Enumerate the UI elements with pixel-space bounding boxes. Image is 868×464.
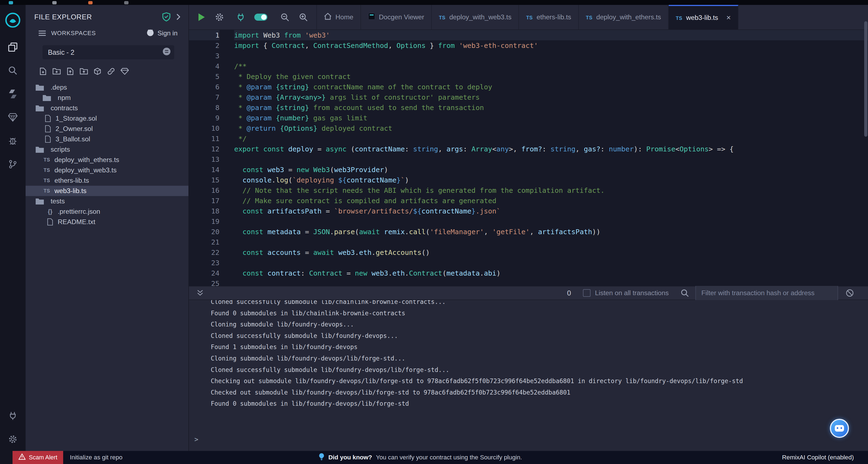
tree-folder-contracts[interactable]: contracts: [26, 103, 188, 113]
tree-file-3_Ballot.sol[interactable]: 3_Ballot.sol: [26, 134, 188, 144]
listen-transactions-checkbox[interactable]: [583, 289, 591, 297]
collapse-terminal-icon[interactable]: [196, 290, 204, 296]
line-number: 13: [189, 154, 219, 164]
menu-icon[interactable]: [39, 28, 46, 38]
upload-folder-icon[interactable]: [80, 67, 88, 76]
zoom-out-icon[interactable]: [280, 13, 289, 22]
tree-folder-.deps[interactable]: .deps: [26, 82, 188, 93]
code-line[interactable]: * @param {string} contractName name of t…: [234, 82, 868, 92]
tree-file-deploy_with_web3.ts[interactable]: TSdeploy_with_web3.ts: [26, 165, 188, 175]
terminal-search-icon[interactable]: [681, 289, 689, 297]
link-icon[interactable]: [107, 67, 116, 76]
code-line[interactable]: console.log(`deploying ${contractName}`): [234, 175, 868, 185]
code-line[interactable]: const web3 = new Web3(web3Provider): [234, 164, 868, 175]
code-editor[interactable]: 1234567891011121314151617181920212223242…: [189, 30, 868, 286]
scam-alert-button[interactable]: Scam Alert: [12, 451, 63, 464]
remixai-assistant-button[interactable]: [830, 419, 849, 438]
tree-file-ethers-lib.ts[interactable]: TSethers-lib.ts: [26, 175, 188, 186]
code-line[interactable]: export const deploy = async (contractNam…: [234, 144, 868, 154]
script-config-icon[interactable]: [215, 13, 224, 22]
code-line[interactable]: [234, 237, 868, 247]
code-line[interactable]: const accounts = await web3.eth.getAccou…: [234, 247, 868, 257]
line-number: 2: [189, 40, 219, 51]
git-init-button[interactable]: Initialize as git repo: [70, 454, 122, 461]
code-line[interactable]: [234, 278, 868, 286]
workspace-select[interactable]: Basic - 2: [42, 45, 174, 59]
code-lines[interactable]: import Web3 from 'web3'import { Contract…: [234, 30, 868, 286]
tree-file-1_Storage.sol[interactable]: 1_Storage.sol: [26, 113, 188, 124]
plugin-manager-icon[interactable]: [0, 404, 26, 428]
tree-label: .prettierrc.json: [58, 208, 100, 215]
live-toggle-icon[interactable]: [254, 13, 267, 21]
tree-folder-scripts[interactable]: scripts: [26, 144, 188, 155]
tab-deploy_with_web3.ts[interactable]: TSdeploy_with_web3.ts: [432, 5, 519, 29]
code-line[interactable]: * @param {string} from account used to s…: [234, 102, 868, 113]
code-line[interactable]: // Note that the script needs the ABI wh…: [234, 185, 868, 195]
load-box-icon[interactable]: [93, 67, 102, 76]
tab-web3-lib.ts[interactable]: TSweb3-lib.ts×: [669, 5, 738, 29]
code-line[interactable]: [234, 154, 868, 164]
new-file-icon[interactable]: [39, 67, 48, 76]
code-line[interactable]: const metadata = JSON.parse(await remix.…: [234, 226, 868, 237]
deploy-run-icon[interactable]: [0, 106, 26, 129]
publish-gem-icon[interactable]: [120, 67, 129, 76]
line-number: 20: [189, 226, 219, 237]
tree-folder-npm[interactable]: npm: [26, 93, 188, 103]
code-line[interactable]: import Web3 from 'web3': [234, 30, 868, 40]
code-line[interactable]: [234, 257, 868, 268]
code-line[interactable]: import { Contract, ContractSendMethod, O…: [234, 40, 868, 51]
tab-label: deploy_with_ethers.ts: [596, 13, 661, 21]
terminal[interactable]: Cloned successfully submodule lib/chainl…: [189, 300, 868, 451]
remix-logo[interactable]: [0, 5, 26, 35]
clear-console-icon[interactable]: [846, 289, 854, 297]
search-icon[interactable]: [0, 59, 26, 82]
code-line[interactable]: const contract: Contract = new web3.eth.…: [234, 268, 868, 278]
close-tab-icon[interactable]: ×: [726, 14, 731, 22]
tree-file-deploy_with_ethers.ts[interactable]: TSdeploy_with_ethers.ts: [26, 155, 188, 165]
tree-file-web3-lib.ts[interactable]: TSweb3-lib.ts: [26, 186, 188, 196]
file-explorer-icon[interactable]: [0, 35, 26, 59]
workspace-options-icon[interactable]: [162, 47, 171, 58]
scrollbar-thumb[interactable]: [864, 21, 867, 137]
ts-icon: TS: [439, 13, 445, 21]
git-icon[interactable]: [0, 153, 26, 176]
tree-folder-tests[interactable]: tests: [26, 196, 188, 207]
new-folder-icon[interactable]: [52, 67, 61, 76]
terminal-line: Cloning submodule lib/foundry-devops...: [211, 319, 868, 330]
plugin-icon[interactable]: [237, 13, 245, 22]
favicon: [88, 1, 93, 4]
code-line[interactable]: * @param {Array<any>} args list of const…: [234, 92, 868, 102]
settings-icon[interactable]: [0, 428, 26, 451]
tab-deploy_with_ethers.ts[interactable]: TSdeploy_with_ethers.ts: [579, 5, 669, 29]
shield-icon[interactable]: [162, 12, 170, 22]
solidity-compiler-icon[interactable]: [0, 82, 26, 106]
tab-ethers-lib.ts[interactable]: TSethers-lib.ts: [519, 5, 579, 29]
chevron-right-icon[interactable]: [176, 13, 181, 21]
code-line[interactable]: * @return {Options} deployed contract: [234, 123, 868, 133]
tab-Docgen Viewer[interactable]: Docgen Viewer: [361, 5, 432, 29]
line-number: 5: [189, 71, 219, 82]
tree-file-README.txt[interactable]: README.txt: [26, 217, 188, 227]
code-line[interactable]: */: [234, 133, 868, 144]
code-line[interactable]: [234, 51, 868, 61]
upload-file-icon[interactable]: [66, 67, 74, 76]
zoom-in-icon[interactable]: [299, 13, 308, 22]
code-line[interactable]: // Make sure contract is compiled and ar…: [234, 195, 868, 206]
line-number: 9: [189, 113, 219, 123]
code-line[interactable]: /**: [234, 61, 868, 71]
run-script-icon[interactable]: [198, 13, 205, 22]
code-line[interactable]: * @param {number} gas gas limit: [234, 113, 868, 123]
code-line[interactable]: [234, 216, 868, 226]
code-line[interactable]: const artifactsPath = `browser/artifacts…: [234, 206, 868, 216]
tab-Home[interactable]: Home: [317, 5, 361, 29]
file-tree: .depsnpmcontracts1_Storage.sol2_Owner.so…: [26, 82, 188, 227]
code-line[interactable]: * Deploy the given contract: [234, 71, 868, 82]
tree-file-.prettierrc.json[interactable]: {}.prettierrc.json: [26, 207, 188, 217]
tree-file-2_Owner.sol[interactable]: 2_Owner.sol: [26, 124, 188, 134]
github-signin-button[interactable]: Sign in: [146, 28, 178, 38]
ts-icon: TS: [42, 167, 51, 173]
tab-label: ethers-lib.ts: [537, 13, 571, 21]
debugger-icon[interactable]: [0, 129, 26, 153]
terminal-prompt[interactable]: >: [189, 436, 868, 451]
transaction-filter-input[interactable]: [695, 285, 838, 301]
